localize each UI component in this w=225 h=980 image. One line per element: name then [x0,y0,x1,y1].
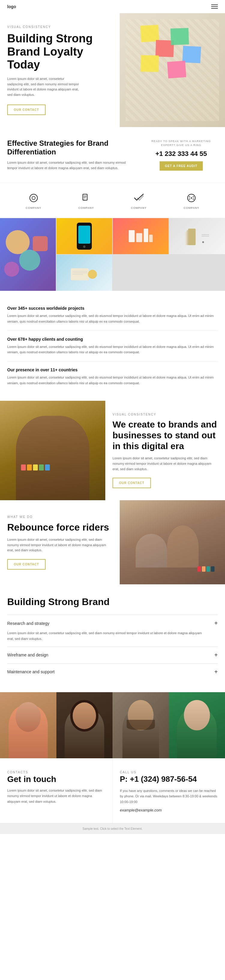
stat-desc-2: Lorem ipsum dolor sit amet, consetetur s… [7,344,218,355]
circle-icon [27,191,40,205]
brand2-image [0,401,105,500]
brand2-cta-button[interactable]: OUR CONTACT [112,478,151,488]
gallery-item-2 [56,218,112,254]
brand-cta-button[interactable]: GET A FREE AUDIT [160,161,203,171]
gallery-item-4 [169,218,225,254]
gallery-item-1 [0,218,56,291]
whatwedo-cta-button[interactable]: OUR CONTACT [7,559,46,570]
svg-point-13 [19,250,40,271]
accordion-header-2[interactable]: Wireframe and design + [7,652,218,659]
logos-row: COMPANY COMPANY COMPANY [0,183,225,218]
svg-rect-2 [83,194,87,200]
logo-label-3: COMPANY [131,207,147,209]
stat-item-1: Over 345+ success worldwide projects Lor… [7,300,218,331]
accordion-item-3: Maintenance and support + [7,663,218,680]
contacts-tag: CONTACTS [7,771,28,774]
stats-section: Over 345+ success worldwide projects Lor… [0,291,225,401]
hero-section: VISUAL CONSISTENCY Building Strong Brand… [0,13,225,127]
accordion-header-3[interactable]: Maintenance and support + [7,668,218,675]
svg-rect-19 [129,230,135,242]
accordion-icon-3: + [214,668,218,675]
footer-note-text: Sample text. Click to select the Text El… [82,827,143,830]
sticky-notes-decoration [132,22,219,121]
hero-cta-button[interactable]: OUR CONTACT [7,105,46,115]
logo-label-4: COMPANY [184,207,199,209]
building-title: Building Strong Brand [7,597,218,608]
brand-call-label: READY TO SPEAK WITH A MARKETING EXPERT? … [144,139,218,148]
brand-right: READY TO SPEAK WITH A MARKETING EXPERT? … [144,139,218,171]
brand2-tag: VISUAL CONSISTENCY [112,413,218,416]
brand-left: Effective Strategies for Brand Different… [7,139,136,171]
accordion-header-1[interactable]: Research and strategy + [7,620,218,627]
callus-email: example@example.com [120,808,218,812]
logo: logo [7,4,16,9]
whatwedo-image [120,500,225,584]
svg-rect-22 [149,235,153,242]
callus-tag: CALL US [120,771,136,774]
svg-rect-25 [188,229,196,245]
accordion-icon-2: + [214,652,218,659]
team-member-1 [0,692,56,758]
team-member-2 [56,692,113,758]
contacts-left: CONTACTS Get in touch Lorem ipsum dolor … [0,758,113,823]
logo-item-2: COMPANY [78,191,94,209]
svg-rect-15 [33,236,48,251]
svg-point-7 [191,197,192,199]
accordion-item-1: Research and strategy + Lorem ipsum dolo… [7,615,218,646]
stat-desc-3: Lorem ipsum dolor sit amet, consetetur s… [7,375,218,386]
hamburger-menu-button[interactable] [211,5,218,9]
callus-description: If you have any questions, comments or i… [120,788,218,805]
accordion-label-3: Maintenance and support [7,669,55,674]
stat-title-2: Over 678+ happy clients and counting [7,337,218,342]
accordion-content-1: Lorem ipsum dolor sit amet, consetetur s… [7,630,218,641]
stat-title-3: Our presence in over 11+ countries [7,368,218,372]
whatwedo-description: Lorem ipsum dolor sit amet, consetetur s… [7,537,112,553]
gallery-item-3 [113,218,169,254]
svg-point-28 [202,241,204,243]
hero-left: VISUAL CONSISTENCY Building Strong Brand… [0,13,120,127]
stat-item-3: Our presence in over 11+ countries Lorem… [7,361,218,392]
accordion-label-1: Research and strategy [7,621,49,626]
brand-phone: +1 232 333 44 55 [144,150,218,158]
stat-item-2: Over 678+ happy clients and counting Lor… [7,331,218,361]
brand-differentiation-section: Effective Strategies for Brand Different… [0,127,225,183]
logo-label-1: COMPANY [26,207,41,209]
svg-point-14 [4,262,19,277]
logo-item-3: COMPANY [131,191,147,209]
svg-point-0 [30,194,37,202]
whatwedo-section: WHAT WE DO Rebounce force riders Lorem i… [0,500,225,584]
building-strong-brand-section: Building Strong Brand Research and strat… [0,584,225,692]
svg-point-11 [193,199,194,200]
team-member-4 [169,692,225,758]
hero-title: Building Strong Brand Loyalty Today [7,32,112,72]
svg-point-18 [83,245,86,248]
contacts-title: Get in touch [7,775,105,784]
team-member-3 [112,692,169,758]
svg-point-33 [88,270,97,279]
hero-tag: VISUAL CONSISTENCY [7,25,112,29]
contacts-right: CALL US P: +1 (324) 987-56-54 If you hav… [113,758,225,823]
footer-note: Sample text. Click to select the Text El… [0,823,225,834]
contacts-description: Lorem ipsum dolor sit amet, consetetur s… [7,788,105,805]
svg-point-8 [189,196,190,198]
accordion-label-2: Wireframe and design [7,652,48,657]
stat-title-1: Over 345+ success worldwide projects [7,306,218,311]
circle-dots-icon [185,191,198,205]
gallery-item-5 [56,255,112,291]
logo-item-1: COMPANY [26,191,41,209]
contacts-section: CONTACTS Get in touch Lorem ipsum dolor … [0,758,225,823]
svg-rect-20 [136,233,142,242]
book-icon [79,191,93,205]
stat-desc-1: Lorem ipsum dolor sit amet, consetetur s… [7,313,218,324]
hero-description: Lorem ipsum dolor sit amet, consetetur s… [7,76,79,97]
accordion-icon-1: + [214,620,218,627]
logo-label-2: COMPANY [78,207,94,209]
brand-description: Lorem ipsum dolor sit amet, consetetur s… [7,160,136,171]
check-icon [132,191,146,205]
navigation: logo [0,0,225,13]
svg-rect-21 [144,229,148,242]
accordion-item-2: Wireframe and design + [7,646,218,663]
svg-point-9 [193,196,194,198]
hero-image [120,13,225,127]
whatwedo-left: WHAT WE DO Rebounce force riders Lorem i… [0,500,120,584]
